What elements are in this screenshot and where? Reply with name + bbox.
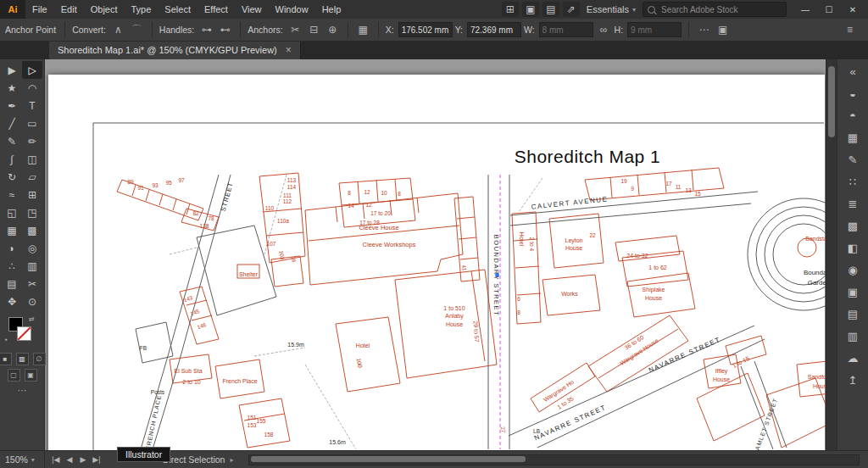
default-colors-icon[interactable]: ▪ [5, 336, 8, 343]
menu-file[interactable]: File [25, 0, 54, 19]
hand-tool[interactable]: ✥ [2, 292, 22, 310]
libraries-panel-icon[interactable]: ☁ [842, 348, 864, 368]
document-tab[interactable]: Shoreditch Map 1.ai* @ 150% (CMYK/GPU Pr… [49, 41, 301, 59]
menu-edit[interactable]: Edit [54, 0, 84, 19]
vertical-scrollbar[interactable] [826, 59, 837, 451]
workspace-switcher[interactable]: Essentials ▾ [587, 4, 636, 14]
brushes-panel-icon[interactable]: ✎ [842, 150, 864, 170]
appearance-panel-icon[interactable]: ◉ [842, 260, 864, 280]
symbols-panel-icon[interactable]: ∷ [842, 172, 864, 192]
transform-options-icon[interactable]: ⋯ [696, 22, 712, 38]
screen-mode-icon[interactable]: ▣ [25, 369, 37, 382]
shaper-tool[interactable]: ∫ [2, 150, 22, 168]
horizontal-scrollbar[interactable] [248, 454, 860, 465]
perspective-grid-tool[interactable]: ◳ [22, 203, 42, 221]
lasso-tool[interactable]: ◠ [22, 79, 42, 97]
artboard-nav-2[interactable]: ▶ [76, 455, 90, 464]
vertical-scroll-thumb[interactable] [828, 66, 835, 137]
minimize-button[interactable]: — [793, 0, 817, 19]
tool-indicator[interactable]: Direct Selection ▸ [163, 454, 234, 465]
stroke-color-swatch[interactable] [17, 326, 31, 341]
transparency-panel-icon[interactable]: ◧ [842, 238, 864, 258]
close-button[interactable]: ✕ [841, 0, 865, 19]
shape-builder-tool[interactable]: ◱ [2, 203, 22, 221]
gpu-performance-icon[interactable]: ▣ [522, 2, 539, 17]
selection-tool[interactable]: ▶ [2, 61, 22, 79]
isolate-selection-icon[interactable]: ▣ [715, 22, 731, 38]
menu-help[interactable]: Help [315, 0, 348, 19]
document-layout-icon[interactable]: ▤ [542, 2, 559, 17]
menu-type[interactable]: Type [125, 0, 159, 19]
gradient-tool[interactable]: ▩ [22, 221, 42, 239]
arrange-documents-icon[interactable]: ⊞ [502, 2, 519, 17]
x-input[interactable] [398, 22, 453, 37]
scale-tool[interactable]: ▱ [22, 168, 42, 186]
zoom-control[interactable]: 150% ▾ [0, 454, 40, 465]
connect-path-icon[interactable]: ⊕ [325, 22, 341, 38]
pen-tool[interactable]: ✒ [2, 97, 22, 114]
menu-effect[interactable]: Effect [198, 0, 235, 19]
paintbrush-tool[interactable]: ✎ [2, 132, 22, 150]
height-input[interactable] [627, 22, 682, 37]
line-segment-tool[interactable]: ╱ [2, 114, 22, 132]
panel-menu-icon[interactable]: ≡ [842, 22, 858, 38]
pencil-tool[interactable]: ✏ [22, 132, 42, 150]
column-graph-tool[interactable]: ▥ [22, 257, 42, 275]
artboard-tool[interactable]: ▤ [2, 275, 22, 292]
color-mode-icon[interactable]: ■ [0, 353, 12, 365]
artboard-nav-3[interactable]: ▶| [90, 455, 103, 464]
menu-window[interactable]: Window [269, 0, 315, 19]
convert-to-smooth-icon[interactable]: ⌒ [129, 22, 145, 38]
horizontal-scroll-thumb[interactable] [251, 456, 525, 462]
layers-panel-icon[interactable]: ▤ [842, 304, 864, 324]
gradient-mode-icon[interactable]: ▩ [16, 353, 29, 365]
swap-colors-icon[interactable]: ⇄ [29, 315, 35, 323]
align-options-icon[interactable]: ▦ [355, 22, 371, 38]
convert-to-corner-icon[interactable]: ∧ [110, 22, 126, 38]
rotate-tool[interactable]: ↻ [2, 168, 22, 186]
share-icon[interactable]: ⇗ [563, 2, 580, 17]
artboard-nav-0[interactable]: |◀ [49, 455, 63, 464]
symbol-sprayer-tool[interactable]: ∴ [2, 257, 22, 275]
edit-toolbar-icon[interactable]: ⋯ [18, 385, 27, 396]
menu-object[interactable]: Object [84, 0, 125, 19]
color-guide-icon[interactable]: ◓ [842, 106, 864, 125]
menu-view[interactable]: View [235, 0, 269, 19]
swatches-panel-icon[interactable]: ▦ [842, 128, 864, 148]
restore-button[interactable]: ☐ [817, 0, 841, 19]
free-transform-tool[interactable]: ⊞ [22, 186, 42, 203]
y-input[interactable] [467, 22, 521, 37]
eyedropper-tool[interactable]: ◗ [2, 239, 22, 257]
remove-anchor-icon[interactable]: ⊟ [306, 22, 322, 38]
cut-path-icon[interactable]: ✂ [287, 22, 303, 38]
mesh-tool[interactable]: ▦ [2, 221, 22, 239]
direct-selection-tool[interactable]: ▷ [22, 61, 42, 79]
link-dimensions-icon[interactable]: ∞ [596, 22, 612, 38]
eraser-tool[interactable]: ◫ [22, 150, 42, 168]
asset-export-panel-icon[interactable]: ↥ [842, 370, 864, 390]
artboards-panel-icon[interactable]: ▥ [842, 326, 864, 346]
width-tool[interactable]: ≈ [2, 186, 22, 203]
collapse-panels-icon[interactable]: « [842, 62, 864, 81]
hide-handles-icon[interactable]: ⊷ [217, 22, 233, 38]
none-mode-icon[interactable]: ∅ [33, 353, 46, 365]
gradient-panel-icon[interactable]: ▩ [842, 216, 864, 236]
graphic-styles-panel-icon[interactable]: ▣ [842, 282, 864, 302]
rectangle-tool[interactable]: ▭ [22, 114, 42, 132]
show-handles-icon[interactable]: ⊶ [198, 22, 214, 38]
artboard-nav-1[interactable]: ◀ [63, 455, 76, 464]
draw-normal-icon[interactable]: ▢ [8, 369, 20, 382]
canvas[interactable]: Shoreditch Map 1 CALVERT AVENUEBOUNDARY … [44, 59, 826, 451]
type-tool[interactable]: T [22, 97, 42, 114]
magic-wand-tool[interactable]: ★ [2, 79, 22, 97]
stroke-panel-icon[interactable]: ≣ [842, 194, 864, 214]
color-panel-icon[interactable]: ◒ [842, 84, 864, 103]
blend-tool[interactable]: ◎ [22, 239, 42, 257]
slice-tool[interactable]: ✂ [22, 275, 42, 292]
width-input[interactable] [539, 22, 593, 37]
tab-close-icon[interactable]: × [286, 44, 292, 56]
stock-search[interactable] [643, 2, 787, 17]
menu-select[interactable]: Select [158, 0, 198, 19]
search-input[interactable] [659, 4, 765, 15]
zoom-tool[interactable]: ⊙ [22, 292, 42, 310]
